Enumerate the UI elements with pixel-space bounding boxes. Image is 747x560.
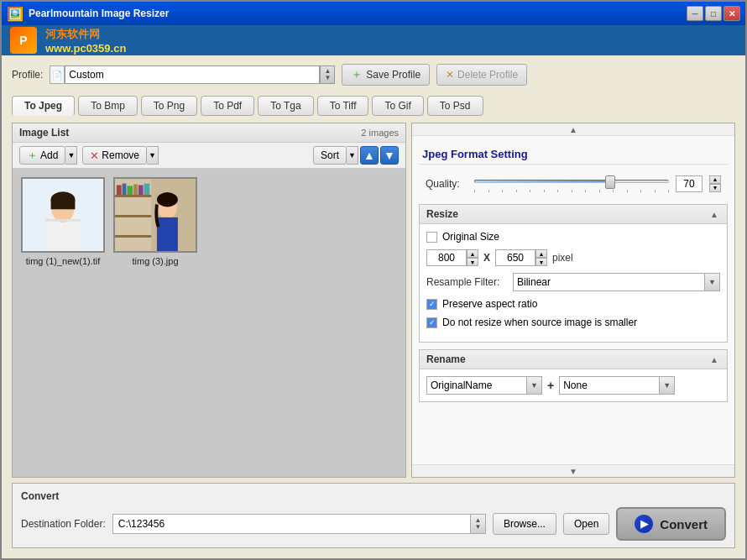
original-size-checkbox[interactable]: [426, 232, 437, 243]
content-area: Profile: 📄 Custom ▲ ▼ ＋ Save Profile ✕ D…: [2, 55, 745, 558]
quality-decrement[interactable]: ▼: [709, 184, 721, 192]
slider-fill: [475, 181, 610, 182]
convert-button[interactable]: ▶ Convert: [616, 507, 726, 541]
add-dropdown-arrow[interactable]: ▼: [65, 146, 77, 165]
rename-section: Rename ▲ OriginalName ▼ +: [419, 349, 728, 402]
profile-icon: 📄: [50, 65, 65, 84]
quality-slider[interactable]: [474, 175, 669, 188]
title-bar-controls: ─ □ ✕: [687, 6, 740, 21]
svg-rect-11: [115, 235, 151, 238]
width-input[interactable]: 800: [426, 249, 467, 266]
watermark-bar: P 河东软件网 www.pc0359.cn: [2, 25, 745, 55]
tab-pdf[interactable]: To Pdf: [201, 96, 254, 116]
scroll-up-arrow[interactable]: ▲: [567, 125, 579, 133]
tab-tiff[interactable]: To Tiff: [317, 96, 369, 116]
profile-select[interactable]: Custom: [65, 65, 320, 84]
tab-png[interactable]: To Png: [141, 96, 197, 116]
original-size-label: Original Size: [442, 231, 499, 243]
remove-icon: ✕: [90, 149, 99, 162]
svg-rect-5: [51, 200, 76, 210]
width-input-wrap: 800 ▲ ▼: [426, 249, 478, 266]
rename-original-select[interactable]: OriginalName: [426, 376, 527, 395]
resize-collapse-btn[interactable]: ▲: [708, 208, 720, 220]
image-filename-2: timg (3).jpg: [132, 256, 178, 266]
rename-collapse-btn[interactable]: ▲: [708, 353, 720, 365]
svg-rect-15: [133, 185, 138, 195]
title-bar: 🖼️ Pearlmountain Image Resizer ─ □ ✕: [2, 2, 745, 25]
tab-psd[interactable]: To Psd: [427, 96, 483, 116]
delete-profile-button[interactable]: ✕ Delete Profile: [436, 64, 527, 86]
convert-section-title: Convert: [21, 490, 726, 502]
browse-button[interactable]: Browse...: [493, 513, 556, 535]
tab-gif[interactable]: To Gif: [372, 96, 423, 116]
save-profile-icon: ＋: [351, 67, 363, 82]
sort-label: Sort: [321, 149, 339, 161]
convert-area: Convert Destination Folder: C:\123456 ▲ …: [12, 483, 735, 548]
rename-none-arrow[interactable]: ▼: [660, 376, 675, 395]
save-profile-label: Save Profile: [366, 69, 421, 81]
add-button[interactable]: ＋ Add: [19, 146, 65, 165]
remove-dropdown-arrow[interactable]: ▼: [147, 146, 159, 165]
height-increment[interactable]: ▲: [535, 249, 547, 258]
svg-rect-14: [127, 186, 133, 195]
height-input-wrap: 650 ▲ ▼: [495, 249, 547, 266]
minimize-button[interactable]: ─: [687, 6, 703, 21]
tab-bmp[interactable]: To Bmp: [78, 96, 138, 116]
remove-label: Remove: [102, 149, 139, 161]
remove-button[interactable]: ✕ Remove: [82, 146, 147, 165]
resample-label: Resample Filter:: [426, 276, 506, 288]
no-resize-smaller-label: Do not resize when source image is small…: [442, 317, 637, 328]
save-profile-button[interactable]: ＋ Save Profile: [342, 64, 430, 86]
close-button[interactable]: ✕: [723, 6, 740, 21]
svg-point-20: [157, 192, 178, 207]
preserve-aspect-checkbox[interactable]: [426, 299, 437, 310]
profile-bar: Profile: 📄 Custom ▲ ▼ ＋ Save Profile ✕ D…: [7, 60, 740, 89]
sort-controls: Sort ▼ ▲ ▼: [313, 146, 399, 165]
sort-button[interactable]: Sort: [313, 146, 347, 165]
rename-none-select[interactable]: None: [559, 376, 660, 395]
list-item[interactable]: timg (3).jpg: [113, 177, 197, 266]
quality-increment[interactable]: ▲: [709, 175, 721, 184]
list-item[interactable]: timg (1)_new(1).tif: [21, 177, 105, 266]
tab-tga[interactable]: To Tga: [258, 96, 313, 116]
resample-row: Resample Filter: Bilinear ▼: [426, 273, 720, 291]
move-up-button[interactable]: ▲: [360, 146, 379, 165]
dest-folder-input[interactable]: C:\123456: [112, 514, 471, 534]
maximize-button[interactable]: □: [705, 6, 722, 21]
tab-jpeg[interactable]: To Jpeg: [12, 96, 75, 116]
scroll-down-arrow[interactable]: ▼: [567, 467, 579, 475]
image-filename-1: timg (1)_new(1).tif: [26, 256, 101, 266]
plus-label: +: [547, 379, 554, 392]
preserve-aspect-row: Preserve aspect ratio: [426, 298, 720, 310]
width-spinner: ▲ ▼: [467, 249, 478, 266]
move-down-button[interactable]: ▼: [380, 146, 399, 165]
resample-dropdown-arrow[interactable]: ▼: [705, 273, 720, 291]
resample-select[interactable]: Bilinear: [513, 273, 705, 291]
title-bar-left: 🖼️ Pearlmountain Image Resizer: [7, 6, 169, 22]
width-increment[interactable]: ▲: [467, 249, 478, 258]
resize-section: Resize ▲ Original Size: [419, 204, 728, 343]
svg-rect-10: [115, 215, 151, 217]
svg-rect-9: [115, 195, 151, 197]
sort-dropdown-arrow[interactable]: ▼: [347, 146, 358, 165]
resize-title: Resize: [426, 208, 458, 220]
width-decrement[interactable]: ▼: [467, 258, 478, 266]
rename-original-arrow[interactable]: ▼: [527, 376, 542, 395]
dest-label: Destination Folder:: [21, 518, 106, 530]
image-thumbnail-2: [113, 177, 197, 253]
quality-value[interactable]: 70: [676, 175, 703, 192]
settings-scroll-bottom: ▼: [412, 464, 734, 477]
window-title: Pearlmountain Image Resizer: [29, 8, 169, 19]
height-input[interactable]: 650: [495, 249, 535, 266]
site-name: 河东软件网: [45, 27, 126, 42]
no-resize-smaller-checkbox[interactable]: [426, 317, 437, 328]
rename-body: OriginalName ▼ + None ▼: [420, 369, 727, 401]
open-button[interactable]: Open: [563, 513, 609, 535]
delete-profile-icon: ✕: [446, 69, 454, 81]
dest-folder-arrow[interactable]: ▲ ▼: [471, 514, 486, 534]
height-decrement[interactable]: ▼: [535, 258, 547, 266]
watermark-url: www.pc0359.cn: [45, 42, 126, 55]
profile-dropdown-arrow[interactable]: ▲ ▼: [320, 65, 335, 84]
slider-thumb[interactable]: [605, 175, 615, 189]
rename-header: Rename ▲: [420, 350, 727, 369]
